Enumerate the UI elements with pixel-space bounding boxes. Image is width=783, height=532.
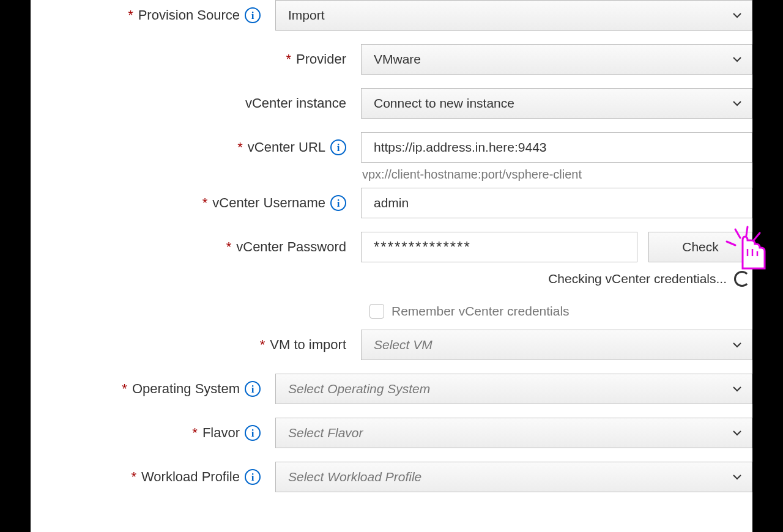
label-text: VM to import bbox=[270, 337, 346, 353]
vcenter-url-helper: vpx://client-hostname:port/vsphere-clien… bbox=[361, 163, 752, 182]
label-text: vCenter URL bbox=[248, 139, 325, 155]
label-text: Workload Profile bbox=[141, 469, 240, 485]
select-placeholder: Select Flavor bbox=[288, 426, 363, 440]
chevron-down-icon bbox=[732, 474, 742, 480]
label-text: Provision Source bbox=[138, 7, 240, 23]
info-icon[interactable]: i bbox=[245, 425, 261, 441]
label-text: vCenter Username bbox=[212, 195, 325, 211]
select-placeholder: Select Workload Profile bbox=[288, 470, 421, 484]
required-marker: * bbox=[202, 195, 208, 211]
required-marker: * bbox=[226, 239, 232, 255]
workload-profile-select[interactable]: Select Workload Profile bbox=[275, 462, 752, 492]
required-marker: * bbox=[286, 51, 292, 67]
info-icon[interactable]: i bbox=[245, 381, 261, 397]
chevron-down-icon bbox=[732, 12, 742, 18]
required-marker: * bbox=[128, 7, 133, 23]
label-text: vCenter Password bbox=[236, 239, 346, 255]
chevron-down-icon bbox=[732, 386, 742, 392]
info-icon[interactable]: i bbox=[245, 469, 261, 485]
input-value: admin bbox=[374, 196, 409, 210]
vcenter-password-label: * vCenter Password bbox=[31, 232, 361, 262]
svg-line-3 bbox=[754, 233, 760, 240]
vcenter-instance-select[interactable]: Connect to new instance bbox=[361, 88, 752, 119]
input-value: https://ip.address.in.here:9443 bbox=[374, 140, 547, 155]
select-value: Import bbox=[288, 8, 325, 23]
label-text: vCenter instance bbox=[245, 95, 346, 111]
workload-profile-label: * Workload Profile i bbox=[31, 462, 275, 492]
required-marker: * bbox=[192, 425, 198, 441]
provider-label: * Provider bbox=[31, 44, 361, 75]
required-marker: * bbox=[122, 381, 127, 397]
chevron-down-icon bbox=[732, 430, 742, 436]
button-label: Check bbox=[682, 240, 719, 254]
vcenter-url-label: * vCenter URL i bbox=[31, 132, 361, 163]
provision-source-select[interactable]: Import bbox=[275, 0, 752, 31]
checking-status: Checking vCenter credentials... bbox=[548, 272, 727, 286]
remember-label: Remember vCenter credentials bbox=[392, 304, 570, 319]
check-button[interactable]: Check bbox=[648, 232, 752, 262]
chevron-down-icon bbox=[732, 100, 742, 106]
select-placeholder: Select VM bbox=[374, 338, 432, 352]
label-text: Flavor bbox=[202, 425, 240, 441]
vcenter-username-input[interactable]: admin bbox=[361, 188, 752, 218]
input-value: ************** bbox=[374, 238, 471, 256]
flavor-label: * Flavor i bbox=[31, 418, 275, 448]
remember-checkbox[interactable] bbox=[369, 304, 384, 319]
vcenter-url-input[interactable]: https://ip.address.in.here:9443 bbox=[361, 132, 752, 163]
label-text: Operating System bbox=[132, 381, 240, 397]
provision-source-label: * Provision Source i bbox=[31, 0, 275, 31]
vcenter-instance-label: vCenter instance bbox=[31, 88, 361, 119]
select-value: Connect to new instance bbox=[374, 96, 514, 111]
select-value: VMware bbox=[374, 52, 421, 67]
chevron-down-icon bbox=[732, 56, 742, 62]
vm-to-import-select[interactable]: Select VM bbox=[361, 330, 752, 360]
vcenter-password-input[interactable]: ************** bbox=[361, 232, 637, 262]
chevron-down-icon bbox=[732, 342, 742, 348]
vm-to-import-label: * VM to import bbox=[31, 330, 361, 360]
spinner-icon bbox=[734, 271, 750, 287]
flavor-select[interactable]: Select Flavor bbox=[275, 418, 752, 448]
label-text: Provider bbox=[296, 51, 346, 67]
provider-select[interactable]: VMware bbox=[361, 44, 752, 75]
operating-system-label: * Operating System i bbox=[31, 374, 275, 404]
select-placeholder: Select Operating System bbox=[288, 382, 430, 396]
vcenter-username-label: * vCenter Username i bbox=[31, 188, 361, 218]
info-icon[interactable]: i bbox=[330, 139, 346, 155]
operating-system-select[interactable]: Select Operating System bbox=[275, 374, 752, 404]
required-marker: * bbox=[131, 469, 136, 485]
info-icon[interactable]: i bbox=[330, 195, 346, 211]
required-marker: * bbox=[237, 139, 243, 155]
info-icon[interactable]: i bbox=[245, 7, 261, 23]
required-marker: * bbox=[260, 337, 265, 353]
